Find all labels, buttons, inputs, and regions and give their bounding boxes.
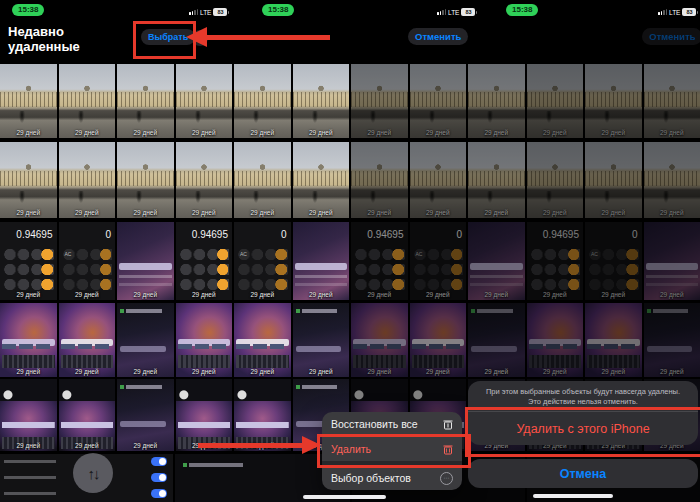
- screenshot-thumbnail[interactable]: 29 дней: [293, 303, 350, 377]
- photo-thumbnail[interactable]: 29 дней: [293, 142, 350, 218]
- photo-thumbnail[interactable]: 29 дней: [0, 64, 57, 138]
- days-remaining-badge: 29 дней: [0, 209, 57, 216]
- calc-display-value: 0.94695: [192, 229, 228, 240]
- days-remaining-badge: 29 дней: [0, 368, 57, 375]
- screenshot-thumbnail[interactable]: 0AC29 дней: [234, 222, 291, 300]
- calc-display-value: 0: [105, 229, 111, 240]
- days-remaining-badge: 29 дней: [176, 368, 233, 375]
- status-time-pill: 15:38: [506, 4, 538, 16]
- screenshot-thumbnail[interactable]: 29 дней: [176, 379, 233, 451]
- screenshot-thumbnail[interactable]: 29 дней: [59, 379, 116, 451]
- signal-icon: [189, 9, 198, 15]
- days-remaining-badge: 29 дней: [293, 291, 350, 298]
- photo-thumbnail[interactable]: 29 дней: [234, 64, 291, 138]
- days-remaining-badge: 29 дней: [234, 291, 291, 298]
- photo-thumbnail[interactable]: 29 дней: [176, 64, 233, 138]
- days-remaining-badge: 29 дней: [59, 291, 116, 298]
- days-remaining-badge: 29 дней: [117, 368, 174, 375]
- network-type-label: LTE: [448, 9, 459, 16]
- network-type-label: LTE: [200, 9, 211, 16]
- days-remaining-badge: 29 дней: [117, 442, 174, 449]
- status-time-pill: 15:38: [12, 4, 44, 16]
- sheet-cancel-button[interactable]: Отмена: [468, 459, 698, 488]
- home-indicator: [303, 495, 386, 499]
- calc-ac-key: AC: [65, 251, 72, 257]
- days-remaining-badge: 29 дней: [59, 368, 116, 375]
- annotation-arrow-select: [206, 35, 330, 40]
- settings-label-bar: [4, 476, 56, 479]
- annotation-arrowhead-left: [186, 27, 207, 47]
- days-remaining-badge: 29 дней: [0, 291, 57, 298]
- signal-icon: [658, 9, 667, 15]
- screenshot-thumbnail[interactable]: 29 дней: [293, 222, 350, 300]
- status-time-pill: 15:38: [262, 4, 294, 16]
- menu-item-label: Восстановить все: [331, 418, 418, 430]
- status-network: LTE 83: [189, 8, 227, 16]
- days-remaining-badge: 29 дней: [176, 209, 233, 216]
- days-remaining-badge: 29 дней: [117, 291, 174, 298]
- settings-label-bar: [4, 460, 56, 463]
- photo-thumbnail[interactable]: 29 дней: [176, 142, 233, 218]
- screenshot-thumbnail[interactable]: 29 дней: [117, 222, 174, 300]
- sort-filter-button[interactable]: ↑↓: [73, 453, 113, 493]
- screenshot-thumbnail[interactable]: 0.9469529 дней: [176, 222, 233, 300]
- days-remaining-badge: 29 дней: [59, 442, 116, 449]
- battery-icon: 83: [682, 8, 696, 16]
- days-remaining-badge: 29 дней: [234, 209, 291, 216]
- home-indicator: [533, 494, 613, 498]
- photo-thumbnail[interactable]: 29 дней: [59, 64, 116, 138]
- toggle-switch: [151, 489, 167, 498]
- battery-icon: 83: [213, 8, 227, 16]
- days-remaining-badge: 29 дней: [117, 129, 174, 136]
- photo-thumbnail[interactable]: 29 дней: [234, 142, 291, 218]
- photo-thumbnail[interactable]: 29 дней: [117, 64, 174, 138]
- annotation-arrow-delete: [198, 443, 304, 448]
- cancel-button-dimmed[interactable]: Отменить: [642, 28, 700, 45]
- calc-keypad: [179, 247, 230, 292]
- days-remaining-badge: 29 дней: [293, 209, 350, 216]
- settings-label-bar: [4, 492, 56, 495]
- days-remaining-badge: 29 дней: [0, 129, 57, 136]
- screenshot-thumbnail[interactable]: 29 дней: [176, 303, 233, 377]
- days-remaining-badge: 29 дней: [293, 368, 350, 375]
- screenshot-thumbnail[interactable]: 0AC29 дней: [59, 222, 116, 300]
- menu-item-select-objects[interactable]: Выбор объектов ⋯: [322, 466, 462, 490]
- status-network: LTE 83: [437, 8, 475, 16]
- screenshot-thumbnail[interactable]: 29 дней: [117, 303, 174, 377]
- menu-item-label: Выбор объектов: [331, 472, 411, 484]
- days-remaining-badge: 29 дней: [59, 129, 116, 136]
- screenshot-thumbnail[interactable]: 29 дней: [0, 303, 57, 377]
- status-network: LTE 83: [658, 8, 696, 16]
- photo-thumbnail[interactable]: 29 дней: [117, 142, 174, 218]
- toggle-switch: [151, 473, 167, 482]
- photo-thumbnail[interactable]: 29 дней: [0, 142, 57, 218]
- restore-trash-icon: [443, 419, 453, 430]
- signal-icon: [437, 9, 446, 15]
- annotation-box-delete-iphone: [465, 407, 700, 457]
- screenshot-thumbnail[interactable]: 29 дней: [234, 379, 291, 451]
- annotation-arrowhead-right: [302, 436, 321, 454]
- calc-ac-key: AC: [240, 251, 247, 257]
- screenshot-thumbnail[interactable]: 29 дней: [59, 303, 116, 377]
- calc-keypad: [3, 247, 54, 292]
- days-remaining-badge: 29 дней: [176, 291, 233, 298]
- calc-display-value: 0: [281, 229, 287, 240]
- photo-thumbnail[interactable]: 29 дней: [293, 64, 350, 138]
- album-title: Недавно удаленные: [8, 24, 92, 54]
- menu-item-recover-all[interactable]: Восстановить все: [322, 412, 462, 436]
- screenshot-thumbnail[interactable]: 0.9469529 дней: [0, 222, 57, 300]
- days-remaining-badge: 29 дней: [234, 368, 291, 375]
- cancel-button[interactable]: Отменить: [408, 28, 468, 45]
- sort-arrows-icon: ↑↓: [88, 465, 99, 482]
- screenshot-thumbnail[interactable]: 29 дней: [234, 303, 291, 377]
- screenshot-thumbnail[interactable]: 29 дней: [0, 379, 57, 451]
- days-remaining-badge: 29 дней: [59, 209, 116, 216]
- photo-thumbnail[interactable]: 29 дней: [59, 142, 116, 218]
- days-remaining-badge: 29 дней: [0, 442, 57, 449]
- screenshot-thumbnail[interactable]: 29 дней: [117, 379, 174, 451]
- days-remaining-badge: 29 дней: [176, 129, 233, 136]
- select-objects-icon: ⋯: [440, 472, 453, 485]
- screenshot-composite: 29 дней29 дней29 дней29 дней29 дней29 дн…: [0, 0, 700, 502]
- days-remaining-badge: 29 дней: [117, 209, 174, 216]
- annotation-box-delete: [317, 434, 471, 468]
